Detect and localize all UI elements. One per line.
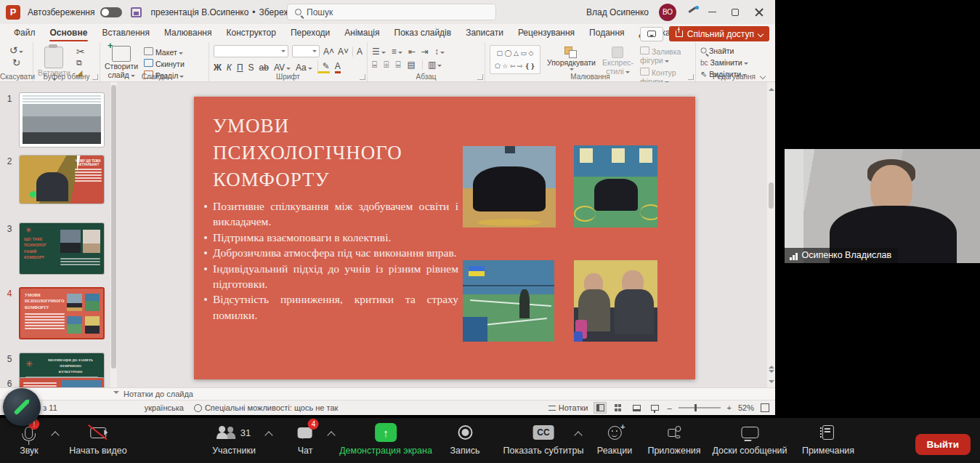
undo-icon[interactable]: ↺ [9, 44, 18, 56]
font-name-combo[interactable] [214, 45, 288, 57]
change-case-button[interactable]: Aa [296, 63, 312, 73]
increase-font-icon[interactable]: A˄ [323, 47, 334, 57]
tab-animations[interactable]: Анімація [338, 25, 386, 41]
slide-thumbnail-4-selected[interactable]: УМОВИПСИХОЛОГІЧНОГОКОМФОРТУ [19, 287, 105, 339]
columns-button[interactable]: ▥ [422, 60, 442, 70]
slide-thumbnail-1[interactable] [19, 92, 105, 148]
photo-gym-game[interactable] [574, 145, 657, 228]
audio-options-chevron[interactable] [51, 431, 59, 439]
shapes-gallery[interactable]: ▢ ◯ △ ▭ ◇ ⬠ ☆ ⇦ ⇨ ❴❵ [490, 45, 540, 74]
clear-format-icon[interactable]: A [352, 47, 363, 57]
justify-button[interactable]: ▤ [408, 60, 416, 70]
photo-team-huddle[interactable] [463, 146, 556, 228]
quick-styles-button[interactable]: Експрес- стилі [602, 45, 633, 76]
align-left-button[interactable]: ⌸ [372, 60, 377, 70]
ink-icon[interactable] [687, 7, 698, 18]
fit-slide-button[interactable] [761, 403, 769, 412]
chat-options-chevron[interactable] [327, 431, 335, 439]
restore-button[interactable] [732, 9, 745, 16]
annotation-fab[interactable] [3, 388, 41, 426]
zoom-slider[interactable] [679, 407, 721, 408]
tab-design[interactable]: Конструктор [219, 25, 282, 41]
slide-title[interactable]: УМОВИ ПСИХОЛОГІЧНОГО КОМФОРТУ [213, 113, 453, 193]
copy-icon[interactable]: ⧉ [76, 59, 85, 67]
audio-button[interactable]: ! Звук [20, 422, 39, 456]
reset-button[interactable]: Скинути [144, 59, 185, 68]
tab-transitions[interactable]: Переходи [284, 25, 336, 41]
notes-toggle[interactable]: Нотатки [548, 403, 588, 412]
font-color-button[interactable]: А [335, 61, 341, 73]
record-button[interactable]: Запись [450, 422, 479, 456]
minimize-button[interactable] [708, 12, 721, 13]
accessibility-status[interactable]: Спеціальні можливості: щось не так [205, 403, 338, 412]
redo-icon[interactable]: ↻ [12, 57, 21, 68]
find-button[interactable]: Знайти [700, 47, 768, 55]
powerpoint-icon[interactable]: P [6, 5, 20, 20]
photo-volleyball-court[interactable] [463, 260, 554, 342]
highlight-color-button[interactable]: ✎ [317, 61, 330, 73]
font-size-combo[interactable] [292, 45, 319, 57]
video-button[interactable]: Начать видео [69, 422, 126, 456]
layout-button[interactable]: Макет [144, 47, 185, 57]
autosave-toggle[interactable] [100, 7, 122, 17]
shape-fill-button[interactable]: Заливка фігури [640, 47, 691, 65]
slide-sorter-button[interactable] [612, 403, 624, 413]
next-slide-icon[interactable] [769, 370, 774, 376]
decrease-indent-button[interactable]: ⇤ [408, 47, 416, 57]
slide-bullet-list[interactable]: Позитивне спілкування між здобувачем осв… [203, 198, 458, 323]
text-shadow-button[interactable]: S [248, 63, 254, 73]
participant-video[interactable]: Осипенко Владислав [785, 149, 980, 263]
tab-slideshow[interactable]: Показ слайдів [388, 25, 458, 41]
whiteboards-button[interactable]: Доски сообщений [712, 422, 787, 456]
tab-insert[interactable]: Вставлення [95, 25, 156, 41]
leave-button[interactable]: Выйти [915, 434, 971, 455]
slideshow-button[interactable] [649, 403, 660, 413]
main-scrollbar[interactable] [767, 82, 775, 387]
captions-button[interactable]: CC Показать субтитры [503, 422, 584, 456]
drawing-dialog-launcher[interactable] [688, 74, 694, 80]
chat-button[interactable]: 4 Чат [298, 422, 313, 456]
zoom-level[interactable]: 52% [738, 403, 754, 412]
collapse-notes-icon[interactable] [113, 391, 119, 397]
previous-slide-icon[interactable] [769, 363, 774, 369]
paragraph-dialog-launcher[interactable] [477, 74, 483, 80]
photo-two-students[interactable] [574, 260, 657, 342]
slide-thumbnail-2[interactable]: ЧОМУ ЦЯ ТЕМА АКТУАЛЬНА? [19, 155, 105, 204]
reading-view-button[interactable] [631, 403, 642, 413]
arrange-button[interactable]: Упорядкувати [547, 45, 596, 71]
participants-button[interactable]: 31 Участники [212, 422, 256, 456]
search-input[interactable]: Пошук [287, 4, 496, 20]
thumbnail-scrollbar[interactable] [110, 82, 117, 387]
scroll-down-icon[interactable] [769, 380, 774, 386]
align-right-button[interactable]: ⌸ [395, 60, 400, 70]
slide-canvas[interactable]: УМОВИ ПСИХОЛОГІЧНОГО КОМФОРТУ Позитивне … [194, 97, 695, 379]
tab-home[interactable]: Основне [44, 25, 94, 41]
participants-options-chevron[interactable] [264, 431, 272, 439]
comments-button[interactable] [640, 27, 663, 41]
tab-file[interactable]: Файл [7, 25, 42, 41]
tab-review[interactable]: Рецензування [511, 25, 581, 41]
save-icon[interactable] [131, 7, 142, 17]
apps-button[interactable]: Приложения [647, 422, 700, 456]
italic-button[interactable]: К [227, 63, 232, 73]
slide-thumbnail-6[interactable] [19, 377, 105, 387]
increase-indent-button[interactable]: ⇥ [421, 47, 429, 57]
decrease-font-icon[interactable]: A˅ [338, 47, 349, 57]
reactions-button[interactable]: + Реакции [597, 422, 632, 456]
align-center-button[interactable]: ⌹ [384, 60, 389, 70]
numbering-button[interactable]: ≡ [392, 47, 402, 57]
zoom-in-button[interactable]: + [727, 403, 732, 412]
underline-button[interactable]: П [237, 63, 243, 73]
bullets-button[interactable]: ☰ [372, 47, 386, 57]
slide-thumbnail-3[interactable]: ✳ ЩО ТАКЕПСИХОЛОГ ІЧНИЙКОМФОРТ [19, 222, 105, 275]
character-spacing-button[interactable]: AV [274, 63, 291, 73]
bold-button[interactable]: Ж [214, 63, 222, 73]
tab-draw[interactable]: Малювання [158, 25, 218, 41]
cut-icon[interactable]: ✂ [76, 47, 85, 57]
tab-view[interactable]: Подання [583, 25, 631, 41]
tab-record[interactable]: Записати [459, 25, 510, 41]
line-spacing-button[interactable]: ↕ [434, 47, 445, 57]
close-button[interactable] [755, 8, 768, 17]
clipboard-dialog-launcher[interactable] [92, 74, 98, 80]
strikethrough-button[interactable]: ab [259, 63, 269, 73]
